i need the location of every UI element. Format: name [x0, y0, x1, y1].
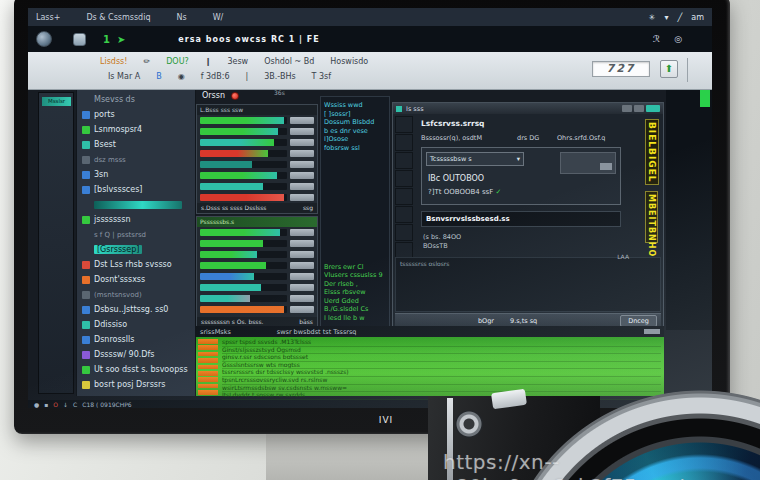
plugin-titlebar[interactable]: Is sss: [393, 103, 663, 114]
toolbar-button[interactable]: ✏: [141, 57, 152, 66]
meter-button[interactable]: [290, 150, 314, 157]
sidebar-item[interactable]: [Gsrsssep]: [77, 242, 195, 257]
patch-item[interactable]: b es dnr vese: [324, 127, 386, 136]
patch-item[interactable]: Elsss rbsvew: [324, 288, 386, 297]
toolbar-button[interactable]: DOU?: [164, 57, 191, 66]
system-tray[interactable]: ✳▾╱am: [649, 13, 704, 22]
play-icon[interactable]: ➤: [117, 34, 125, 45]
master-channel-strip[interactable]: Msslsr: [38, 92, 74, 394]
meter-button[interactable]: [290, 284, 314, 291]
preset-thumbnail[interactable]: [395, 188, 413, 205]
meter-button[interactable]: [290, 161, 314, 168]
sidebar-item[interactable]: jsssssssn: [77, 212, 195, 227]
meter-row[interactable]: [197, 260, 317, 271]
sidebar-item[interactable]: Dosnt'sssxss: [77, 272, 195, 287]
patch-item[interactable]: I]Osose: [324, 135, 386, 144]
sidebar-item[interactable]: Ddissiso: [77, 317, 195, 332]
menubar-icon[interactable]: ◎: [674, 34, 682, 44]
menu-text[interactable]: ersa boos owcss RC 1 | FE: [178, 35, 319, 44]
patch-item[interactable]: fobsrsw ssl: [324, 144, 386, 153]
toolbar-button[interactable]: 3esw: [225, 57, 250, 66]
tool-button[interactable]: ⬆: [660, 60, 678, 78]
meter-row[interactable]: [197, 137, 317, 148]
option-button[interactable]: [600, 163, 612, 170]
meter-button[interactable]: [290, 117, 314, 124]
sidebar-item[interactable]: Bsest: [77, 137, 195, 152]
toolbar-button[interactable]: 3B.-BHs: [262, 72, 297, 81]
statusbar-icon[interactable]: O: [53, 401, 58, 408]
sidebar-item[interactable]: Dst Lss rhsb svssso: [77, 257, 195, 272]
sidebar-item[interactable]: Lsnmospsr4: [77, 122, 195, 137]
meter-button[interactable]: [290, 194, 314, 201]
toolbar-button[interactable]: ❙: [203, 57, 214, 66]
footer-button-1[interactable]: bOgr: [478, 317, 494, 325]
patch-item[interactable]: I lesd lle b w: [324, 314, 386, 323]
tempo-display[interactable]: 727: [592, 61, 650, 77]
log-scrollbar[interactable]: [644, 329, 660, 334]
toolbar-button[interactable]: Hoswisdo: [328, 57, 370, 66]
patch-item[interactable]: Vlusers cssuslss 9: [324, 271, 386, 280]
sidebar-item[interactable]: bosrt posj Dsrssrs: [77, 377, 195, 392]
tray-icon[interactable]: ✳: [649, 13, 656, 22]
meter-button[interactable]: [290, 229, 314, 236]
toolbar-button[interactable]: B: [154, 72, 164, 81]
preset-thumbnail[interactable]: [395, 134, 413, 151]
meter-row[interactable]: [197, 238, 317, 249]
toolbar-button[interactable]: ◉: [176, 72, 187, 81]
toolbar-button[interactable]: T 3sf: [310, 72, 334, 81]
statusbar-icon[interactable]: C: [73, 401, 77, 408]
meter-button[interactable]: [290, 240, 314, 247]
sidebar-item[interactable]: ports: [77, 107, 195, 122]
statusbar-icon[interactable]: ●: [34, 401, 39, 408]
toolbar-button[interactable]: f 3dB:6: [199, 72, 232, 81]
sidebar-item[interactable]: [77, 197, 195, 212]
preset-thumbnail[interactable]: [395, 206, 413, 223]
sidebar-item[interactable]: Dsbsu..Jsttssg. ss0: [77, 302, 195, 317]
log-body[interactable]: spssr tspsd ssvsds .M13TclsssGinst/sljss…: [196, 337, 664, 396]
tray-icon[interactable]: ╱: [677, 13, 682, 22]
sidebar-item[interactable]: dsz msss: [77, 152, 195, 167]
meter-button[interactable]: [290, 295, 314, 302]
sidebar-item[interactable]: s f Q | psstsrsd: [77, 227, 195, 242]
sidebar-item[interactable]: 3sn: [77, 167, 195, 182]
meter-button[interactable]: [290, 139, 314, 146]
meter-row[interactable]: [197, 148, 317, 159]
meter-row[interactable]: [197, 192, 317, 203]
maximize-button[interactable]: [634, 105, 644, 112]
meter-row[interactable]: [197, 293, 317, 304]
tray-icon[interactable]: am: [691, 13, 704, 22]
meter-row[interactable]: [197, 159, 317, 170]
tray-icon[interactable]: ▾: [664, 13, 668, 22]
menubar-icon[interactable]: ℛ: [653, 34, 660, 44]
preset-thumbnail[interactable]: [395, 224, 413, 241]
footer-button-2[interactable]: 9.s,ts sq: [510, 317, 537, 325]
meter-button[interactable]: [290, 306, 314, 313]
preset-thumbnail[interactable]: [395, 116, 413, 133]
meter-row[interactable]: [197, 227, 317, 238]
close-button[interactable]: [646, 105, 660, 112]
sidebar-item[interactable]: [bslvsssces]: [77, 182, 195, 197]
toolbar-button[interactable]: Oshdol ~ Bd: [262, 57, 316, 66]
device-dropdown[interactable]: Tcsssssbsw s ▾: [426, 152, 524, 166]
meter-row[interactable]: [197, 126, 317, 137]
meter-row[interactable]: [197, 249, 317, 260]
sidebar-item[interactable]: Ut soo dsst s. bsvoopss: [77, 362, 195, 377]
right-scroll-indicator[interactable]: [700, 90, 710, 107]
meter-row[interactable]: [197, 271, 317, 282]
patch-item[interactable]: Brers ewr Cl: [324, 263, 386, 272]
sidebar-item[interactable]: Msevss ds: [77, 92, 195, 107]
statusbar-icon[interactable]: ▪: [44, 401, 48, 408]
sidebar-item[interactable]: (msntsnsvod): [77, 287, 195, 302]
toolbar-button[interactable]: Is Mar A: [106, 72, 142, 81]
meter-button[interactable]: [290, 251, 314, 258]
patch-item[interactable]: Wssiss wwd: [324, 101, 386, 110]
patch-item[interactable]: Dossum Blsbdd: [324, 118, 386, 127]
minimize-button[interactable]: [622, 105, 632, 112]
toolbar-button[interactable]: Lisdss!: [98, 57, 129, 66]
debug-button[interactable]: Dnceg: [620, 315, 657, 327]
meter-row[interactable]: [197, 304, 317, 315]
meter-button[interactable]: [290, 273, 314, 280]
menubar-right-icons[interactable]: ℛ◎: [653, 34, 682, 44]
sidebar-item[interactable]: Dsnrosslls: [77, 332, 195, 347]
option-box[interactable]: [560, 152, 616, 174]
